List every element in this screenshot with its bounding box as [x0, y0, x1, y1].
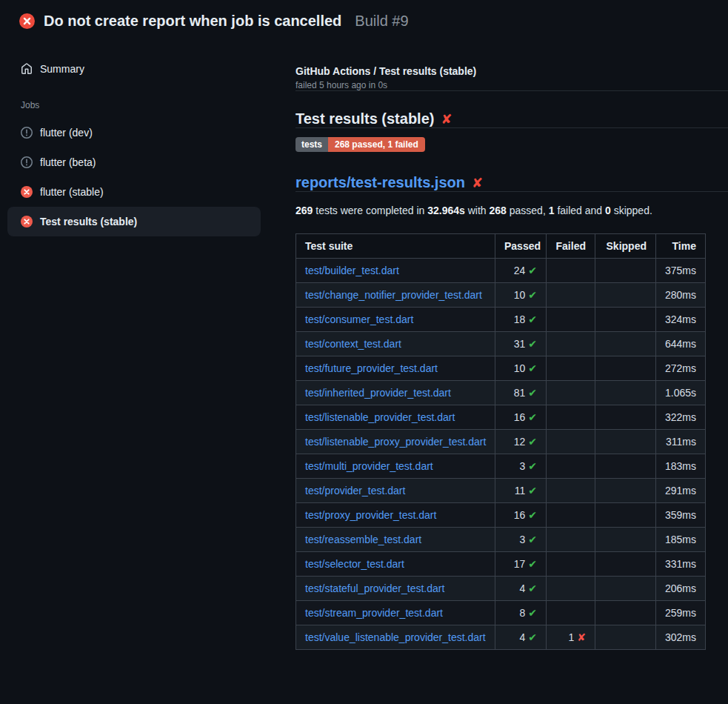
- sidebar-summary-label: Summary: [40, 63, 84, 75]
- badge-value: 268 passed, 1 failed: [328, 137, 425, 152]
- skipped-cell: [595, 259, 656, 283]
- table-header-row: Test suite Passed Failed Skipped Time: [296, 234, 706, 259]
- sidebar-job-label: Test results (stable): [40, 216, 137, 228]
- main-content: GitHub Actions / Test results (stable) f…: [273, 41, 728, 650]
- time-cell: 291ms: [656, 479, 706, 503]
- sidebar-job-label: flutter (stable): [40, 186, 104, 198]
- test-suite-link[interactable]: test/proxy_provider_test.dart: [305, 509, 436, 521]
- section-divider: [295, 90, 728, 91]
- passed-cell: 16✔: [495, 405, 547, 430]
- col-passed: Passed: [495, 234, 547, 259]
- time-cell: 272ms: [656, 356, 706, 381]
- failed-cell: [547, 430, 595, 454]
- results-table-body: test/builder_test.dart 24✔ 375ms test/ch…: [296, 259, 706, 650]
- test-suite-link[interactable]: test/consumer_test.dart: [305, 313, 413, 325]
- skipped-cell: [595, 356, 656, 381]
- failed-cell: [547, 381, 595, 405]
- test-suite-link[interactable]: test/listenable_provider_test.dart: [305, 411, 455, 423]
- breadcrumb: GitHub Actions / Test results (stable): [295, 65, 728, 77]
- failed-cell: [547, 552, 595, 577]
- passed-cell: 18✔: [495, 308, 547, 332]
- failed-cell: [547, 601, 595, 625]
- test-suite-link[interactable]: test/builder_test.dart: [305, 265, 399, 276]
- section-divider: [295, 191, 728, 192]
- time-cell: 644ms: [656, 332, 706, 356]
- passed-cell: 10✔: [495, 283, 547, 308]
- test-suite-link[interactable]: test/stateful_provider_test.dart: [305, 582, 444, 594]
- check-icon: ✔: [528, 607, 537, 619]
- test-suite-link[interactable]: test/multi_provider_test.dart: [305, 460, 433, 472]
- col-skipped: Skipped: [595, 234, 656, 259]
- test-suite-link[interactable]: test/future_provider_test.dart: [305, 362, 438, 374]
- skipped-cell: [595, 577, 656, 601]
- sidebar-job-item[interactable]: flutter (stable): [7, 177, 261, 207]
- table-row: test/selector_test.dart 17✔ 331ms: [296, 552, 706, 577]
- time-cell: 280ms: [656, 283, 706, 308]
- test-suite-link[interactable]: test/stream_provider_test.dart: [305, 607, 443, 619]
- failed-cell: [547, 308, 595, 332]
- check-icon: ✔: [528, 436, 537, 448]
- failed-cell: [547, 577, 595, 601]
- table-row: test/inherited_provider_test.dart 81✔ 1.…: [296, 381, 706, 405]
- table-row: test/builder_test.dart 24✔ 375ms: [296, 259, 706, 283]
- table-row: test/reassemble_test.dart 3✔ 185ms: [296, 528, 706, 552]
- sidebar-jobs: flutter (dev) flutter (beta) flutter (st…: [7, 118, 261, 236]
- check-icon: ✔: [528, 265, 537, 276]
- passed-cell: 12✔: [495, 430, 547, 454]
- skipped-cell: [595, 283, 656, 308]
- failed-cell: [547, 405, 595, 430]
- sidebar-job-item[interactable]: flutter (dev): [7, 118, 261, 147]
- skipped-cell: [595, 332, 656, 356]
- table-row: test/future_provider_test.dart 10✔ 272ms: [296, 356, 706, 381]
- test-suite-link[interactable]: test/selector_test.dart: [305, 558, 404, 570]
- summary-text: 269 tests were completed in 32.964s with…: [295, 205, 728, 216]
- results-table: Test suite Passed Failed Skipped Time te…: [295, 233, 706, 650]
- time-cell: 359ms: [656, 503, 706, 528]
- badge-label: tests: [295, 137, 328, 152]
- skipped-cell: [595, 503, 656, 528]
- sidebar-job-item[interactable]: flutter (beta): [7, 147, 261, 177]
- table-row: test/consumer_test.dart 18✔ 324ms: [296, 308, 706, 332]
- check-icon: ✔: [528, 289, 537, 301]
- run-title: Do not create report when job is cancell…: [44, 13, 341, 30]
- test-suite-link[interactable]: test/reassemble_test.dart: [305, 534, 421, 545]
- sidebar: Summary Jobs flutter (dev) flutter (beta…: [0, 41, 273, 236]
- neutral-status-icon: [21, 127, 33, 139]
- test-suite-link[interactable]: test/context_test.dart: [305, 338, 401, 350]
- sidebar-item-summary[interactable]: Summary: [7, 54, 261, 84]
- col-time: Time: [656, 234, 706, 259]
- test-suite-link[interactable]: test/inherited_provider_test.dart: [305, 387, 451, 399]
- passed-cell: 10✔: [495, 356, 547, 381]
- time-cell: 1.065s: [656, 381, 706, 405]
- check-icon: ✔: [528, 362, 537, 374]
- table-row: test/value_listenable_provider_test.dart…: [296, 625, 706, 650]
- time-cell: 259ms: [656, 601, 706, 625]
- passed-cell: 4✔: [495, 625, 547, 650]
- failed-cell: [547, 283, 595, 308]
- table-row: test/context_test.dart 31✔ 644ms: [296, 332, 706, 356]
- skipped-cell: [595, 308, 656, 332]
- test-suite-link[interactable]: test/listenable_proxy_provider_test.dart: [305, 436, 486, 448]
- failed-status-icon: [21, 186, 33, 198]
- report-file-title: reports/test-results.json✘: [295, 174, 728, 191]
- report-file-link[interactable]: reports/test-results.json: [295, 174, 465, 190]
- sidebar-job-item[interactable]: Test results (stable): [7, 207, 261, 236]
- passed-cell: 31✔: [495, 332, 547, 356]
- test-suite-link[interactable]: test/provider_test.dart: [305, 485, 405, 497]
- failed-cell: [547, 503, 595, 528]
- col-test-suite: Test suite: [296, 234, 495, 259]
- time-cell: 183ms: [656, 454, 706, 479]
- section-divider: [295, 127, 728, 128]
- passed-cell: 17✔: [495, 552, 547, 577]
- test-suite-link[interactable]: test/value_listenable_provider_test.dart: [305, 631, 486, 643]
- sidebar-job-label: flutter (dev): [40, 127, 93, 139]
- skipped-cell: [595, 528, 656, 552]
- skipped-cell: [595, 430, 656, 454]
- skipped-cell: [595, 625, 656, 650]
- table-row: test/listenable_proxy_provider_test.dart…: [296, 430, 706, 454]
- home-icon: [21, 63, 33, 75]
- table-row: test/multi_provider_test.dart 3✔ 183ms: [296, 454, 706, 479]
- failed-cell: [547, 479, 595, 503]
- test-suite-link[interactable]: test/change_notifier_provider_test.dart: [305, 289, 482, 301]
- passed-cell: 3✔: [495, 528, 547, 552]
